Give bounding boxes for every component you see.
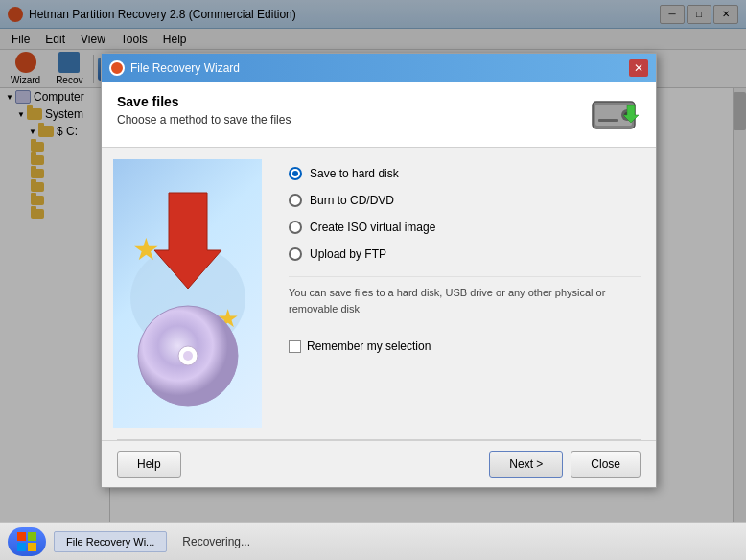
dialog-title-bar: File Recovery Wizard ✕ <box>102 54 656 82</box>
radio-label-hard-disk: Save to hard disk <box>310 167 399 180</box>
next-button[interactable]: Next > <box>489 451 563 478</box>
radio-circle-ftp <box>289 247 302 261</box>
radio-dot <box>292 171 298 176</box>
radio-option-cd-dvd[interactable]: Burn to CD/DVD <box>289 194 641 207</box>
radio-label-cd-dvd: Burn to CD/DVD <box>310 194 394 207</box>
dialog-footer: Help Next > Close <box>102 440 656 487</box>
file-recovery-dialog: File Recovery Wizard ✕ <box>101 53 657 488</box>
taskbar-status: Recovering... <box>167 535 738 548</box>
main-window: Hetman Partition Recovery 2.8 (Commercia… <box>0 0 746 560</box>
dialog-close-button[interactable]: ✕ <box>629 59 648 77</box>
help-button[interactable]: Help <box>117 451 181 478</box>
dialog-options: Save to hard disk Burn to CD/DVD Create … <box>273 148 656 439</box>
start-button[interactable] <box>8 527 46 556</box>
taskbar-recovery-item[interactable]: File Recovery Wi... <box>54 531 167 552</box>
svg-rect-14 <box>17 532 26 541</box>
radio-option-hard-disk[interactable]: Save to hard disk <box>289 167 641 180</box>
radio-option-ftp[interactable]: Upload by FTP <box>289 247 641 261</box>
radio-label-iso: Create ISO virtual image <box>310 221 435 234</box>
radio-circle-hard-disk <box>289 167 302 180</box>
dialog-header-subtitle: Choose a method to save the files <box>117 113 641 127</box>
radio-option-iso[interactable]: Create ISO virtual image <box>289 221 641 234</box>
close-button[interactable]: Close <box>571 451 641 478</box>
info-text: You can save files to a hard disk, USB d… <box>289 276 641 324</box>
dialog-overlay: File Recovery Wizard ✕ <box>0 0 746 560</box>
radio-label-ftp: Upload by FTP <box>310 247 386 261</box>
hdd-icon <box>591 94 641 135</box>
dialog-body: ★ ★ ★ <box>102 148 656 439</box>
svg-rect-4 <box>598 119 618 122</box>
taskbar-item-label: File Recovery Wi... <box>66 536 154 548</box>
svg-point-13 <box>183 351 193 361</box>
radio-group: Save to hard disk Burn to CD/DVD Create … <box>289 167 641 261</box>
svg-rect-16 <box>17 543 26 551</box>
taskbar: File Recovery Wi... Recovering... <box>0 522 746 560</box>
remember-label: Remember my selection <box>307 339 431 353</box>
dialog-title-text: File Recovery Wizard <box>130 61 629 75</box>
svg-text:★: ★ <box>132 232 160 267</box>
dialog-image: ★ ★ ★ <box>113 159 262 428</box>
dialog-header-title: Save files <box>117 94 641 109</box>
remember-checkbox[interactable] <box>289 340 301 353</box>
dialog-title-icon <box>109 60 125 76</box>
dialog-header: Save files Choose a method to save the f… <box>102 82 656 148</box>
radio-circle-iso <box>289 221 302 234</box>
status-text: Recovering... <box>182 535 250 548</box>
svg-rect-17 <box>28 543 36 551</box>
svg-rect-15 <box>28 532 36 541</box>
dialog-action-buttons: Next > Close <box>489 451 641 478</box>
remember-row[interactable]: Remember my selection <box>289 339 641 353</box>
radio-circle-cd-dvd <box>289 194 302 207</box>
